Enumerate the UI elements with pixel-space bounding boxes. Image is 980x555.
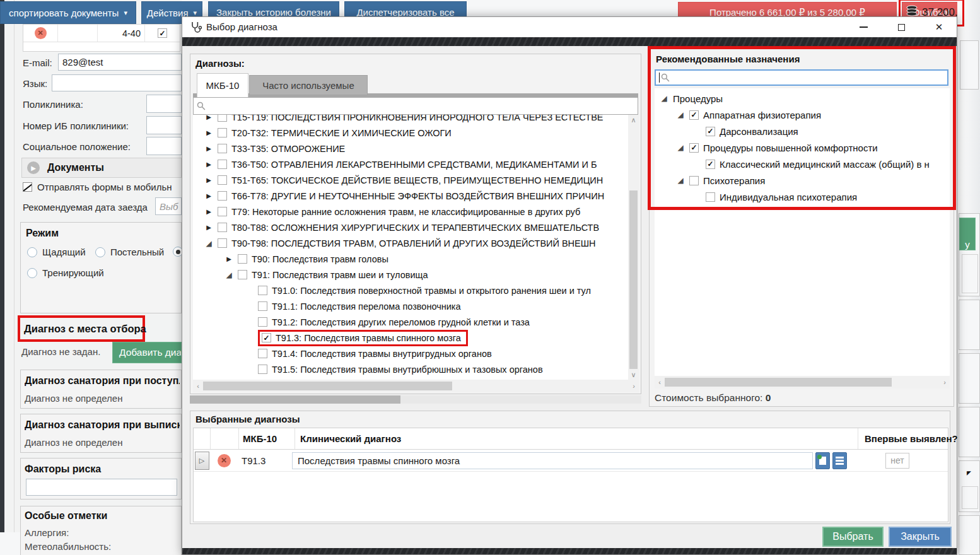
checkbox-unchecked[interactable] — [218, 207, 227, 216]
icd-tree-item[interactable]: ▶T15-T19: ПОСЛЕДСТВИЯ ПРОНИКНОВЕНИЯ ИНОР… — [193, 115, 628, 125]
dialog-titlebar[interactable]: Выбор диагноза ✕ — [182, 17, 957, 38]
email-value: 829@test — [62, 57, 103, 67]
add-diagnosis-button[interactable]: Добавить диа — [112, 342, 182, 363]
close-dialog-button[interactable]: ✕ — [926, 18, 952, 36]
social-status-field[interactable] — [146, 137, 182, 155]
panel-horizontal-scrollbar[interactable] — [190, 395, 641, 404]
icd-tree-item[interactable]: T91.2: Последствия других переломов груд… — [193, 314, 628, 330]
checkbox-unchecked[interactable] — [258, 365, 267, 374]
expand-arrow-icon[interactable]: ▶ — [204, 115, 213, 120]
risk-factors-field[interactable] — [26, 479, 177, 496]
expand-arrow-icon[interactable]: ▶ — [204, 225, 213, 231]
checkbox-unchecked[interactable] — [238, 270, 247, 279]
collapse-arrow-icon[interactable]: ◢ — [225, 271, 233, 279]
checkbox-unchecked[interactable] — [218, 238, 227, 248]
icd-tree-item[interactable]: ▶T20-T32: ТЕРМИЧЕСКИЕ И ХИМИЧЕСКИЕ ОЖОГИ — [193, 125, 628, 141]
radio-icon[interactable] — [95, 247, 105, 257]
expand-circle-icon: ▶ — [27, 161, 40, 174]
scroll-left-icon[interactable]: ‹ — [193, 380, 203, 392]
checkbox-unchecked[interactable] — [258, 301, 267, 311]
delete-row-icon[interactable]: ✕ — [35, 27, 47, 39]
icd-tree-item[interactable]: ▶T66-T78: ДРУГИЕ И НЕУТОЧНЕННЫЕ ЭФФЕКТЫ … — [193, 188, 628, 204]
icd-vertical-scrollbar[interactable]: ∧ ∨ — [628, 115, 639, 380]
checkbox-unchecked[interactable] — [218, 191, 227, 201]
email-label: E-mail: — [23, 57, 52, 68]
checkbox-unchecked[interactable] — [218, 223, 227, 232]
cost-label: Стоимость выбранного: — [655, 392, 762, 403]
icd-tree-item[interactable]: ▶T51-T65: ТОКСИЧЕСКОЕ ДЕЙСТВИЕ ВЕЩЕСТВ, … — [193, 172, 628, 188]
icd-tree-item[interactable]: ▶T90: Последствия травм головы — [193, 251, 628, 267]
row-expander-button[interactable]: ▷ — [195, 452, 209, 470]
select-button[interactable]: Выбрать — [822, 527, 884, 547]
radio-icon[interactable] — [27, 268, 37, 278]
radio-icon[interactable] — [27, 247, 37, 257]
expand-arrow-icon[interactable]: ▶ — [204, 193, 213, 199]
scrollbar-thumb[interactable] — [629, 190, 638, 369]
checkbox-unchecked[interactable] — [258, 317, 267, 327]
table-row[interactable]: ▷ ✕ T91.3 Последствия травмы спинного мо… — [194, 450, 948, 472]
icd-tree-item[interactable]: ▶T33-T35: ОТМОРОЖЕНИЕ — [193, 141, 628, 156]
send-forms-checkbox-row[interactable]: Отправлять формы в мобильн — [23, 182, 172, 192]
expand-arrow-icon[interactable]: ▶ — [204, 146, 213, 152]
icd-search-input[interactable] — [193, 97, 638, 115]
expand-arrow-icon[interactable]: ▶ — [225, 256, 233, 262]
language-field[interactable] — [52, 74, 182, 91]
mini-table-checkbox[interactable]: ✓ — [158, 28, 167, 38]
checkbox-unchecked[interactable] — [258, 349, 267, 358]
expand-arrow-icon[interactable]: ▶ — [204, 177, 213, 184]
scrollbar-thumb[interactable] — [665, 378, 892, 387]
expand-arrow-icon[interactable]: ▶ — [204, 209, 213, 215]
scrollbar-thumb[interactable] — [190, 395, 400, 404]
checkbox-unchecked[interactable] — [218, 144, 227, 153]
checkbox-unchecked[interactable] — [258, 286, 267, 295]
scroll-right-icon[interactable]: › — [629, 380, 639, 392]
icd-tree-item[interactable]: ▶T36-T50: ОТРАВЛЕНИЯ ЛЕКАРСТВЕННЫМИ СРЕД… — [193, 156, 628, 172]
icd-tree-item[interactable]: ◢T91: Последствия травм шеи и туловища — [193, 267, 628, 283]
checkbox-unchecked[interactable] — [218, 115, 227, 122]
scroll-left-icon[interactable]: ‹ — [655, 376, 665, 389]
delete-diagnosis-icon[interactable]: ✕ — [218, 454, 231, 467]
scrollbar-thumb[interactable] — [203, 382, 452, 390]
mode-radio-training[interactable]: Тренирующий — [27, 267, 104, 278]
tab-mkb10[interactable]: МКБ-10 — [197, 73, 248, 97]
diagnosis-text-field[interactable]: Последствия травмы спинного мозга — [292, 452, 813, 469]
icd-tree-item[interactable]: ◢T90-T98: ПОСЛЕДСТВИЯ ТРАВМ, ОТРАВЛЕНИЙ … — [193, 235, 628, 251]
copy-icon-button[interactable] — [832, 452, 847, 469]
documents-expander[interactable]: ▶ Документы — [21, 158, 182, 178]
checkbox-checked[interactable]: ✓ — [262, 333, 271, 342]
close-button[interactable]: Закрыть — [889, 527, 952, 547]
expand-arrow-icon[interactable]: ▶ — [204, 130, 213, 136]
arrival-date-field[interactable]: Выб — [155, 197, 182, 215]
icd-tree-item[interactable]: ▶T80-T88: ОСЛОЖНЕНИЯ ХИРУРГИЧЕСКИХ И ТЕР… — [193, 219, 628, 235]
collapse-arrow-icon[interactable]: ◢ — [204, 240, 213, 247]
recommended-horizontal-scrollbar[interactable]: ‹ › — [655, 376, 950, 389]
add-note-icon-button[interactable] — [815, 452, 830, 469]
icd-tree-item[interactable]: T91.4: Последствия травмы внутригрудных … — [193, 346, 628, 361]
expand-arrow-icon[interactable]: ▶ — [204, 161, 213, 168]
icd-tree-item[interactable]: ✓T91.3: Последствия травмы спинного мозг… — [193, 330, 628, 346]
checkbox-unchecked[interactable] — [218, 175, 227, 185]
minimize-button[interactable] — [851, 18, 876, 36]
first-detected-field[interactable]: нет — [885, 453, 909, 469]
icd-tree-item[interactable]: T91.1: Последствия перелома позвоночника — [193, 298, 628, 314]
clinic-history-number-field[interactable] — [146, 116, 182, 134]
icd-tree-item[interactable]: T91.0: Последствия поверхностной травмы … — [193, 283, 628, 298]
icd-horizontal-scrollbar[interactable]: ‹ › — [193, 380, 639, 392]
tab-frequently-used[interactable]: Часто используемые — [249, 75, 368, 95]
export-documents-button[interactable]: спортировать документы ▾ — [0, 1, 136, 24]
mode-radio-bed[interactable]: Постельный — [95, 247, 164, 257]
icd-tree-item[interactable]: ▶T79: Некоторые ранние осложнения травм,… — [193, 204, 628, 219]
scroll-right-icon[interactable]: › — [940, 376, 950, 389]
clinic-field[interactable] — [146, 95, 182, 113]
scroll-up-icon[interactable]: ∧ — [628, 115, 639, 125]
scroll-down-icon[interactable]: ∨ — [628, 370, 639, 380]
checkbox-unchecked[interactable] — [218, 160, 227, 169]
checkbox-unchecked[interactable] — [218, 128, 227, 137]
checkbox-unchecked[interactable] — [238, 254, 247, 264]
mode-radio-gentle[interactable]: Щадящий — [27, 247, 86, 257]
send-forms-checkbox[interactable] — [23, 182, 32, 192]
email-field[interactable]: 829@test — [58, 54, 182, 71]
maximize-button[interactable] — [889, 18, 914, 36]
screen: спортировать документы ▾ Действия ▾ Закр… — [0, 0, 980, 555]
icd-tree-item[interactable]: T91.5: Последствия травмы внутрибрюшных … — [193, 361, 628, 377]
